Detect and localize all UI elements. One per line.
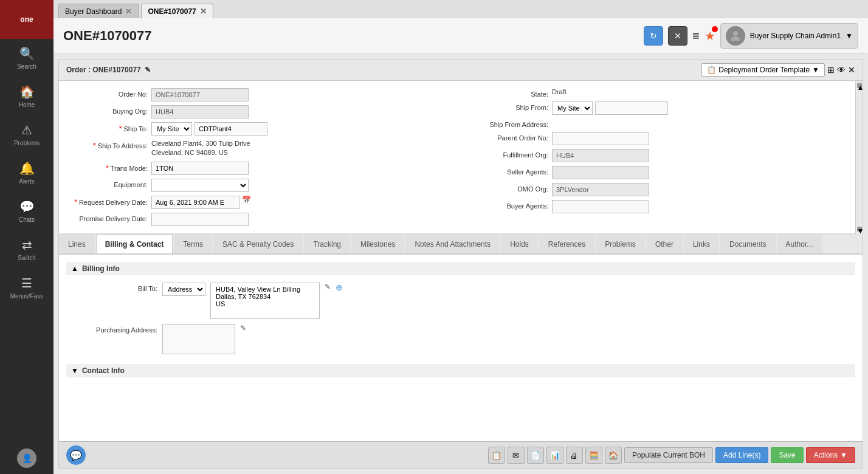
view-icon[interactable]: 👁 (837, 65, 846, 75)
clipboard-icon-btn[interactable]: 📊 (546, 447, 563, 464)
calculator-icon-btn[interactable]: 🧮 (585, 447, 602, 464)
deploy-template-button[interactable]: 📋 Deployment Order Template ▼ (701, 63, 825, 77)
edit-purchasing-address-icon[interactable]: ✎ (240, 324, 246, 332)
sidebar-item-profile[interactable]: 👤 (0, 448, 53, 468)
tab-links[interactable]: Links (684, 235, 719, 253)
purchasing-address-label: Purchasing Address: (78, 324, 157, 334)
tab-lines[interactable]: Lines (59, 235, 95, 253)
ship-to-select[interactable]: My Site (151, 122, 192, 136)
close-button[interactable]: ✕ (668, 26, 687, 46)
home-icon: 🏠 (19, 84, 35, 99)
tab-authorizations[interactable]: Author... (777, 235, 822, 253)
add-bill-to-icon[interactable]: ⊕ (336, 283, 343, 292)
bill-to-label: Bill To: (78, 283, 157, 292)
buyer-agents-input[interactable] (552, 200, 649, 213)
ship-to-address-label: * Ship To Address: (69, 139, 148, 150)
sidebar-item-home[interactable]: 🏠 Home (0, 77, 53, 115)
tab-one-1070077[interactable]: ONE#1070077 ✕ (141, 4, 213, 18)
contact-info-section-header[interactable]: ▼ Contact Info (66, 364, 855, 377)
tab-buyer-dashboard[interactable]: Buyer Dashboard ✕ (58, 4, 139, 18)
star-badge: ★ (704, 29, 715, 43)
contact-info-toggle[interactable]: ▼ (71, 366, 78, 375)
fulfillment-org-label: Fulfillment Org: (469, 149, 548, 159)
bill-to-type-select[interactable]: Address (162, 283, 205, 296)
app-logo[interactable]: one (0, 0, 53, 39)
alerts-icon: 🔔 (19, 161, 35, 176)
sidebar-item-alerts[interactable]: 🔔 Alerts (0, 154, 53, 192)
tab-holds[interactable]: Holds (501, 235, 538, 253)
bottom-bar-right: 📋 ✉ 📄 📊 🖨 🧮 🏠 Populate Current BOH Add L… (488, 447, 855, 464)
sidebar-item-problems[interactable]: ⚠ Problems (0, 115, 53, 154)
chats-icon: 💬 (19, 199, 35, 214)
parent-order-input[interactable] (552, 132, 649, 145)
tab-other[interactable]: Other (646, 235, 683, 253)
tab-problems[interactable]: Problems (596, 235, 645, 253)
ship-from-input[interactable] (595, 101, 668, 115)
promise-delivery-input[interactable] (151, 213, 249, 226)
promise-delivery-row: Promise Delivery Date: (69, 213, 445, 226)
buying-org-row: Buying Org: (69, 105, 445, 118)
omo-org-input (552, 183, 649, 196)
tab-tracking[interactable]: Tracking (304, 235, 350, 253)
bottom-bar: 💬 📋 ✉ 📄 📊 🖨 🧮 🏠 Populate Current BOH Add… (59, 441, 863, 469)
purchasing-address-input[interactable] (162, 324, 235, 354)
chat-button[interactable]: 💬 (66, 445, 86, 465)
close-tab-buyer-dashboard[interactable]: ✕ (125, 7, 132, 16)
parent-order-label: Parent Order No: (469, 132, 548, 142)
tab-terms[interactable]: Terms (174, 235, 212, 253)
tab-billing-contact[interactable]: Billing & Contact (96, 235, 173, 255)
print-icon-btn[interactable]: 🖨 (566, 447, 583, 464)
tab-notes[interactable]: Notes And Attachments (405, 235, 500, 253)
document-icon-btn[interactable]: 📄 (527, 447, 544, 464)
add-lines-button[interactable]: Add Line(s) (715, 447, 768, 463)
ship-from-address-row: Ship From Address: (469, 118, 846, 128)
tab-milestones[interactable]: Milestones (351, 235, 404, 253)
billing-info-toggle[interactable]: ▲ (71, 264, 78, 273)
populate-boh-button[interactable]: Populate Current BOH (624, 447, 713, 463)
close-tab-one-1070077[interactable]: ✕ (200, 7, 207, 16)
purchasing-address-row: Purchasing Address: ✎ (78, 324, 855, 354)
sidebar-item-chats[interactable]: 💬 Chats (0, 192, 53, 230)
tab-references[interactable]: References (539, 235, 594, 253)
contact-info-title: Contact Info (82, 366, 125, 375)
request-delivery-input[interactable] (151, 196, 239, 209)
refresh-button[interactable]: ↻ (644, 26, 663, 46)
sidebar-item-search[interactable]: 🔍 Search (0, 39, 53, 77)
trans-mode-input[interactable] (151, 162, 249, 175)
billing-info-form: Bill To: Address HUB4, Valley View Ln Bi… (66, 283, 855, 354)
buying-org-input (151, 105, 249, 118)
tab-sac-penalty[interactable]: SAC & Penalty Codes (213, 235, 303, 253)
close-card-icon[interactable]: ✕ (848, 65, 855, 75)
form-tools-icon[interactable]: ⊞ (827, 65, 835, 75)
inner-tabs-row: Lines Billing & Contact Terms SAC & Pena… (59, 235, 863, 255)
ship-from-select[interactable]: My Site (552, 101, 593, 115)
bottom-bar-left: 💬 (66, 445, 86, 465)
fulfillment-org-input (552, 149, 649, 162)
user-area[interactable]: Buyer Supply Chain Admin1 ▼ (720, 23, 858, 49)
billing-info-section-header[interactable]: ▲ Billing Info (66, 262, 855, 275)
hamburger-menu[interactable]: ≡ (692, 29, 700, 43)
save-button[interactable]: Save (771, 447, 803, 463)
edit-order-icon[interactable]: ✎ (145, 66, 151, 74)
actions-button[interactable]: Actions ▼ (806, 447, 855, 463)
sidebar-item-switch[interactable]: ⇄ Switch (0, 230, 53, 269)
switch-icon: ⇄ (22, 238, 32, 252)
state-value: Draft (552, 88, 567, 95)
equipment-select[interactable] (151, 179, 249, 192)
order-no-input (151, 88, 249, 101)
email-icon-btn[interactable]: ✉ (508, 447, 525, 464)
home-icon-btn[interactable]: 🏠 (605, 447, 622, 464)
order-label: Order : ONE#1070077 ✎ (66, 66, 151, 74)
copy-icon-btn[interactable]: 📋 (488, 447, 505, 464)
ship-to-label: * Ship To: (69, 122, 148, 133)
tab-documents[interactable]: Documents (720, 235, 776, 253)
form-col-right: State: Draft Ship From: My Site (469, 88, 846, 226)
edit-bill-to-icon[interactable]: ✎ (325, 283, 331, 291)
sidebar-item-menus[interactable]: ☰ Menus/Favs (0, 269, 53, 307)
calendar-icon[interactable]: 📅 (242, 196, 251, 209)
deploy-dropdown-icon: ▼ (812, 66, 819, 74)
order-card-tools: 📋 Deployment Order Template ▼ ⊞ 👁 ✕ (701, 63, 855, 77)
ship-to-input[interactable] (195, 122, 267, 136)
header-bar: ONE#1070077 ↻ ✕ ≡ ★ Buyer Supply Chain A… (53, 18, 868, 54)
order-card: Order : ONE#1070077 ✎ 📋 Deployment Order… (58, 59, 863, 469)
